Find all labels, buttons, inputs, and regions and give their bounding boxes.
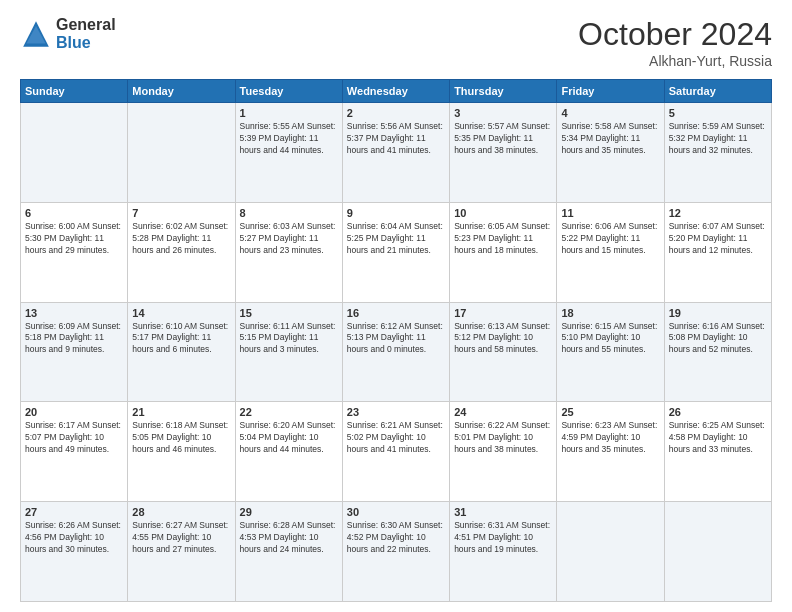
day-number: 17 bbox=[454, 307, 552, 319]
table-row: 9Sunrise: 6:04 AM Sunset: 5:25 PM Daylig… bbox=[342, 202, 449, 302]
table-row: 30Sunrise: 6:30 AM Sunset: 4:52 PM Dayli… bbox=[342, 502, 449, 602]
day-number: 6 bbox=[25, 207, 123, 219]
day-info: Sunrise: 6:15 AM Sunset: 5:10 PM Dayligh… bbox=[561, 321, 659, 357]
day-info: Sunrise: 5:55 AM Sunset: 5:39 PM Dayligh… bbox=[240, 121, 338, 157]
day-number: 22 bbox=[240, 406, 338, 418]
day-info: Sunrise: 6:28 AM Sunset: 4:53 PM Dayligh… bbox=[240, 520, 338, 556]
day-number: 13 bbox=[25, 307, 123, 319]
table-row: 22Sunrise: 6:20 AM Sunset: 5:04 PM Dayli… bbox=[235, 402, 342, 502]
table-row: 19Sunrise: 6:16 AM Sunset: 5:08 PM Dayli… bbox=[664, 302, 771, 402]
calendar-week-row: 13Sunrise: 6:09 AM Sunset: 5:18 PM Dayli… bbox=[21, 302, 772, 402]
col-tuesday: Tuesday bbox=[235, 80, 342, 103]
day-number: 25 bbox=[561, 406, 659, 418]
day-number: 12 bbox=[669, 207, 767, 219]
col-monday: Monday bbox=[128, 80, 235, 103]
logo: General Blue bbox=[20, 16, 116, 51]
day-info: Sunrise: 6:25 AM Sunset: 4:58 PM Dayligh… bbox=[669, 420, 767, 456]
table-row: 3Sunrise: 5:57 AM Sunset: 5:35 PM Daylig… bbox=[450, 103, 557, 203]
table-row: 29Sunrise: 6:28 AM Sunset: 4:53 PM Dayli… bbox=[235, 502, 342, 602]
day-number: 3 bbox=[454, 107, 552, 119]
day-number: 9 bbox=[347, 207, 445, 219]
day-info: Sunrise: 6:22 AM Sunset: 5:01 PM Dayligh… bbox=[454, 420, 552, 456]
table-row: 27Sunrise: 6:26 AM Sunset: 4:56 PM Dayli… bbox=[21, 502, 128, 602]
table-row: 10Sunrise: 6:05 AM Sunset: 5:23 PM Dayli… bbox=[450, 202, 557, 302]
day-info: Sunrise: 6:31 AM Sunset: 4:51 PM Dayligh… bbox=[454, 520, 552, 556]
day-info: Sunrise: 6:17 AM Sunset: 5:07 PM Dayligh… bbox=[25, 420, 123, 456]
table-row bbox=[557, 502, 664, 602]
day-info: Sunrise: 6:18 AM Sunset: 5:05 PM Dayligh… bbox=[132, 420, 230, 456]
day-info: Sunrise: 5:57 AM Sunset: 5:35 PM Dayligh… bbox=[454, 121, 552, 157]
logo-icon bbox=[20, 18, 52, 50]
table-row: 4Sunrise: 5:58 AM Sunset: 5:34 PM Daylig… bbox=[557, 103, 664, 203]
day-number: 24 bbox=[454, 406, 552, 418]
day-info: Sunrise: 6:05 AM Sunset: 5:23 PM Dayligh… bbox=[454, 221, 552, 257]
calendar-header-row: Sunday Monday Tuesday Wednesday Thursday… bbox=[21, 80, 772, 103]
table-row: 17Sunrise: 6:13 AM Sunset: 5:12 PM Dayli… bbox=[450, 302, 557, 402]
calendar-week-row: 20Sunrise: 6:17 AM Sunset: 5:07 PM Dayli… bbox=[21, 402, 772, 502]
day-number: 21 bbox=[132, 406, 230, 418]
day-number: 8 bbox=[240, 207, 338, 219]
day-info: Sunrise: 6:27 AM Sunset: 4:55 PM Dayligh… bbox=[132, 520, 230, 556]
table-row: 2Sunrise: 5:56 AM Sunset: 5:37 PM Daylig… bbox=[342, 103, 449, 203]
table-row: 13Sunrise: 6:09 AM Sunset: 5:18 PM Dayli… bbox=[21, 302, 128, 402]
day-number: 11 bbox=[561, 207, 659, 219]
calendar-week-row: 27Sunrise: 6:26 AM Sunset: 4:56 PM Dayli… bbox=[21, 502, 772, 602]
day-number: 2 bbox=[347, 107, 445, 119]
month-title: October 2024 bbox=[578, 16, 772, 53]
table-row: 26Sunrise: 6:25 AM Sunset: 4:58 PM Dayli… bbox=[664, 402, 771, 502]
day-number: 1 bbox=[240, 107, 338, 119]
day-number: 20 bbox=[25, 406, 123, 418]
day-info: Sunrise: 6:13 AM Sunset: 5:12 PM Dayligh… bbox=[454, 321, 552, 357]
table-row: 24Sunrise: 6:22 AM Sunset: 5:01 PM Dayli… bbox=[450, 402, 557, 502]
table-row: 23Sunrise: 6:21 AM Sunset: 5:02 PM Dayli… bbox=[342, 402, 449, 502]
day-info: Sunrise: 5:59 AM Sunset: 5:32 PM Dayligh… bbox=[669, 121, 767, 157]
table-row: 8Sunrise: 6:03 AM Sunset: 5:27 PM Daylig… bbox=[235, 202, 342, 302]
day-info: Sunrise: 6:10 AM Sunset: 5:17 PM Dayligh… bbox=[132, 321, 230, 357]
logo-general-text: General bbox=[56, 16, 116, 34]
day-info: Sunrise: 6:12 AM Sunset: 5:13 PM Dayligh… bbox=[347, 321, 445, 357]
day-info: Sunrise: 6:09 AM Sunset: 5:18 PM Dayligh… bbox=[25, 321, 123, 357]
table-row: 5Sunrise: 5:59 AM Sunset: 5:32 PM Daylig… bbox=[664, 103, 771, 203]
table-row bbox=[664, 502, 771, 602]
table-row bbox=[128, 103, 235, 203]
day-number: 28 bbox=[132, 506, 230, 518]
day-info: Sunrise: 6:16 AM Sunset: 5:08 PM Dayligh… bbox=[669, 321, 767, 357]
col-friday: Friday bbox=[557, 80, 664, 103]
day-number: 19 bbox=[669, 307, 767, 319]
day-number: 29 bbox=[240, 506, 338, 518]
day-info: Sunrise: 5:58 AM Sunset: 5:34 PM Dayligh… bbox=[561, 121, 659, 157]
day-info: Sunrise: 6:11 AM Sunset: 5:15 PM Dayligh… bbox=[240, 321, 338, 357]
day-number: 16 bbox=[347, 307, 445, 319]
location-subtitle: Alkhan-Yurt, Russia bbox=[578, 53, 772, 69]
table-row: 12Sunrise: 6:07 AM Sunset: 5:20 PM Dayli… bbox=[664, 202, 771, 302]
day-info: Sunrise: 6:20 AM Sunset: 5:04 PM Dayligh… bbox=[240, 420, 338, 456]
table-row: 28Sunrise: 6:27 AM Sunset: 4:55 PM Dayli… bbox=[128, 502, 235, 602]
table-row: 6Sunrise: 6:00 AM Sunset: 5:30 PM Daylig… bbox=[21, 202, 128, 302]
day-number: 26 bbox=[669, 406, 767, 418]
table-row: 14Sunrise: 6:10 AM Sunset: 5:17 PM Dayli… bbox=[128, 302, 235, 402]
day-info: Sunrise: 6:02 AM Sunset: 5:28 PM Dayligh… bbox=[132, 221, 230, 257]
day-info: Sunrise: 6:03 AM Sunset: 5:27 PM Dayligh… bbox=[240, 221, 338, 257]
day-info: Sunrise: 6:30 AM Sunset: 4:52 PM Dayligh… bbox=[347, 520, 445, 556]
header: General Blue October 2024 Alkhan-Yurt, R… bbox=[20, 16, 772, 69]
table-row: 1Sunrise: 5:55 AM Sunset: 5:39 PM Daylig… bbox=[235, 103, 342, 203]
calendar-week-row: 6Sunrise: 6:00 AM Sunset: 5:30 PM Daylig… bbox=[21, 202, 772, 302]
table-row: 15Sunrise: 6:11 AM Sunset: 5:15 PM Dayli… bbox=[235, 302, 342, 402]
day-number: 4 bbox=[561, 107, 659, 119]
day-info: Sunrise: 6:04 AM Sunset: 5:25 PM Dayligh… bbox=[347, 221, 445, 257]
table-row bbox=[21, 103, 128, 203]
table-row: 11Sunrise: 6:06 AM Sunset: 5:22 PM Dayli… bbox=[557, 202, 664, 302]
table-row: 7Sunrise: 6:02 AM Sunset: 5:28 PM Daylig… bbox=[128, 202, 235, 302]
day-info: Sunrise: 6:00 AM Sunset: 5:30 PM Dayligh… bbox=[25, 221, 123, 257]
calendar-table: Sunday Monday Tuesday Wednesday Thursday… bbox=[20, 79, 772, 602]
day-number: 15 bbox=[240, 307, 338, 319]
day-info: Sunrise: 6:06 AM Sunset: 5:22 PM Dayligh… bbox=[561, 221, 659, 257]
table-row: 21Sunrise: 6:18 AM Sunset: 5:05 PM Dayli… bbox=[128, 402, 235, 502]
day-number: 10 bbox=[454, 207, 552, 219]
day-number: 31 bbox=[454, 506, 552, 518]
day-number: 14 bbox=[132, 307, 230, 319]
col-saturday: Saturday bbox=[664, 80, 771, 103]
table-row: 25Sunrise: 6:23 AM Sunset: 4:59 PM Dayli… bbox=[557, 402, 664, 502]
day-info: Sunrise: 6:23 AM Sunset: 4:59 PM Dayligh… bbox=[561, 420, 659, 456]
day-info: Sunrise: 6:07 AM Sunset: 5:20 PM Dayligh… bbox=[669, 221, 767, 257]
